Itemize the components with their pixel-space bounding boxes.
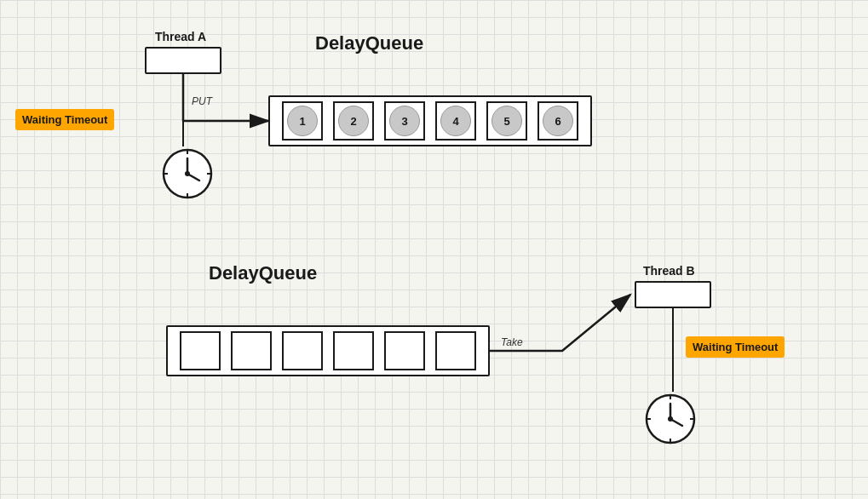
empty-cell-6 bbox=[435, 331, 476, 370]
queue-cell-2: 2 bbox=[333, 101, 374, 141]
delay-queue-top-label: DelayQueue bbox=[315, 32, 423, 54]
empty-cell-3 bbox=[282, 331, 323, 370]
queue-circle-1: 1 bbox=[287, 106, 318, 136]
svg-point-15 bbox=[668, 416, 673, 422]
thread-b-box bbox=[635, 281, 711, 308]
thread-a-label: Thread A bbox=[155, 30, 206, 43]
queue-circle-6: 6 bbox=[543, 106, 573, 136]
queue-circle-2: 2 bbox=[338, 106, 369, 136]
queue-cell-4: 4 bbox=[435, 101, 476, 141]
empty-cell-5 bbox=[384, 331, 425, 370]
arrows-overlay bbox=[0, 0, 868, 499]
clock-bottom bbox=[643, 392, 698, 446]
empty-cell-1 bbox=[180, 331, 221, 370]
empty-cell-2 bbox=[231, 331, 272, 370]
waiting-timeout-bottom: Waiting Timeout bbox=[686, 336, 785, 358]
delay-queue-top: 1 2 3 4 5 6 bbox=[268, 95, 592, 146]
queue-circle-5: 5 bbox=[491, 106, 522, 136]
queue-cell-6: 6 bbox=[537, 101, 578, 141]
svg-point-7 bbox=[185, 171, 190, 176]
clock-top bbox=[160, 146, 215, 201]
queue-cell-3: 3 bbox=[384, 101, 425, 141]
delay-queue-bottom-label: DelayQueue bbox=[209, 262, 317, 284]
queue-circle-4: 4 bbox=[440, 106, 471, 136]
thread-a-box bbox=[145, 47, 221, 74]
delay-queue-bottom bbox=[166, 325, 490, 376]
take-label: Take bbox=[501, 336, 523, 348]
waiting-timeout-top: Waiting Timeout bbox=[15, 109, 114, 130]
put-label: PUT bbox=[192, 95, 212, 107]
queue-cell-1: 1 bbox=[282, 101, 323, 141]
queue-cell-5: 5 bbox=[486, 101, 527, 141]
thread-b-label: Thread B bbox=[643, 264, 695, 278]
empty-cell-4 bbox=[333, 331, 374, 370]
queue-circle-3: 3 bbox=[389, 106, 420, 136]
